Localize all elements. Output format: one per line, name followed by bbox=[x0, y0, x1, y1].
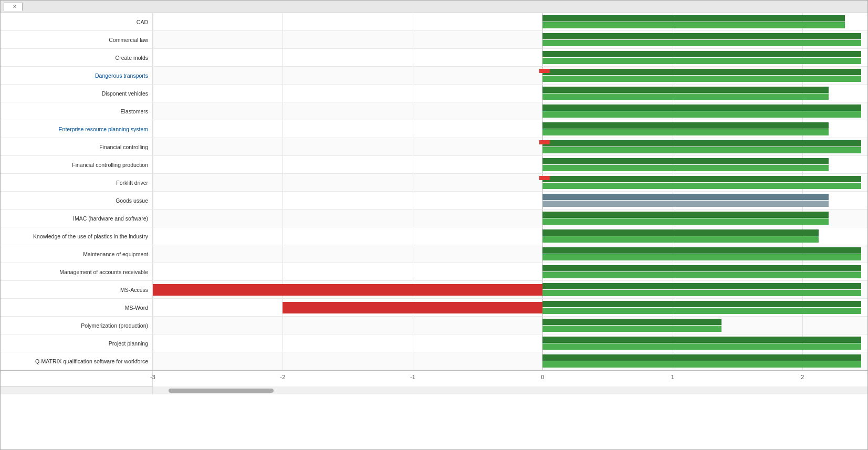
bar-red-indicator bbox=[539, 140, 550, 144]
row-label: Maintenance of equipment bbox=[1, 245, 153, 263]
table-row: Elastomers bbox=[1, 102, 867, 120]
bar-green-bottom bbox=[542, 147, 861, 153]
chart-scroll[interactable]: CADCommercial lawCreate moldsDangerous t… bbox=[1, 13, 867, 449]
grid-line bbox=[283, 85, 283, 102]
grid-line bbox=[413, 31, 413, 48]
grid-line bbox=[413, 174, 413, 191]
row-bars bbox=[153, 210, 867, 227]
bar-green-top bbox=[542, 87, 828, 93]
grid-line bbox=[153, 31, 153, 48]
row-bars bbox=[153, 317, 867, 334]
row-label: Q-MATRIX qualification software for work… bbox=[1, 352, 153, 370]
grid-line bbox=[283, 49, 283, 66]
bar-red-indicator bbox=[539, 69, 550, 73]
title-bar: ✕ bbox=[1, 1, 867, 13]
row-label: MS-Word bbox=[1, 299, 153, 316]
grid-line bbox=[283, 156, 283, 173]
row-bars bbox=[153, 192, 867, 209]
table-row: IMAC (hardware and software) bbox=[1, 210, 867, 227]
bar-green-top bbox=[542, 33, 861, 39]
bar-green-bottom bbox=[542, 22, 844, 28]
row-label: Elastomers bbox=[1, 102, 153, 120]
bar-green-top bbox=[542, 354, 861, 361]
table-row: Polymerization (production) bbox=[1, 317, 867, 334]
row-bars bbox=[153, 67, 867, 84]
row-label: Management of accounts receivable bbox=[1, 263, 153, 280]
row-bars bbox=[153, 174, 867, 191]
grid-line bbox=[153, 13, 153, 30]
bar-green-bottom bbox=[542, 361, 861, 368]
grid-line bbox=[153, 352, 153, 370]
table-row: Dangerous transports bbox=[1, 67, 867, 85]
grid-line bbox=[283, 334, 283, 352]
bar-green-bottom bbox=[542, 254, 861, 260]
grid-line bbox=[283, 210, 283, 227]
x-axis: -3-2-1012 bbox=[1, 370, 867, 386]
row-bars bbox=[153, 281, 867, 298]
row-label: Enterprise resource planning system bbox=[1, 120, 153, 138]
grid-line bbox=[153, 85, 153, 102]
row-label: Commercial law bbox=[1, 31, 153, 48]
grid-line bbox=[153, 174, 153, 191]
bar-green-top bbox=[542, 51, 861, 57]
horizontal-scrollbar[interactable] bbox=[1, 386, 867, 394]
chart-rows: CADCommercial lawCreate moldsDangerous t… bbox=[1, 13, 867, 394]
grid-line bbox=[413, 352, 413, 370]
grid-line bbox=[153, 192, 153, 209]
grid-line bbox=[153, 49, 153, 66]
table-row: MS-Word bbox=[1, 299, 867, 317]
grid-line bbox=[283, 192, 283, 209]
row-label: IMAC (hardware and software) bbox=[1, 210, 153, 227]
table-row: Management of accounts receivable bbox=[1, 263, 867, 281]
grid-line bbox=[413, 317, 413, 334]
chart-layout: CADCommercial lawCreate moldsDangerous t… bbox=[1, 13, 867, 449]
table-row: MS-Access bbox=[1, 281, 867, 299]
grid-line bbox=[413, 245, 413, 263]
grid-line bbox=[802, 317, 803, 334]
row-bars bbox=[153, 352, 867, 370]
x-tick-label: 1 bbox=[671, 374, 674, 380]
grid-line bbox=[153, 334, 153, 352]
row-bars bbox=[153, 156, 867, 173]
row-bars bbox=[153, 245, 867, 263]
grid-line bbox=[413, 263, 413, 280]
bar-green-bottom bbox=[542, 58, 861, 64]
grid-line bbox=[283, 13, 283, 30]
table-row: Enterprise resource planning system bbox=[1, 120, 867, 138]
grid-line bbox=[413, 102, 413, 120]
close-button[interactable]: ✕ bbox=[13, 4, 17, 9]
scrollbar-track[interactable] bbox=[153, 386, 867, 394]
grid-line bbox=[283, 67, 283, 84]
bar-green-bottom bbox=[542, 76, 861, 82]
grid-line bbox=[153, 317, 153, 334]
bar-red-negative bbox=[283, 302, 542, 313]
table-row: Goods ussue bbox=[1, 192, 867, 210]
x-tick-label: 2 bbox=[801, 374, 804, 380]
table-row: Disponent vehicles bbox=[1, 85, 867, 102]
grid-line bbox=[153, 227, 153, 245]
table-row: Financial controlling production bbox=[1, 156, 867, 174]
grid-line bbox=[283, 263, 283, 280]
grid-line bbox=[283, 102, 283, 120]
row-label: Disponent vehicles bbox=[1, 85, 153, 102]
table-row: Project planning bbox=[1, 334, 867, 352]
table-row: Knowledge of the use of plastics in the … bbox=[1, 227, 867, 245]
row-bars bbox=[153, 85, 867, 102]
grid-line bbox=[413, 210, 413, 227]
bar-gray-bottom bbox=[542, 201, 828, 207]
row-bars bbox=[153, 138, 867, 155]
grid-line bbox=[413, 156, 413, 173]
row-bars bbox=[153, 227, 867, 245]
bar-green-top bbox=[542, 283, 861, 289]
grid-line bbox=[153, 156, 153, 173]
table-row: Q-MATRIX qualification software for work… bbox=[1, 352, 867, 370]
bar-green-top bbox=[542, 319, 721, 325]
scrollbar-thumb[interactable] bbox=[169, 389, 274, 393]
bar-green-bottom bbox=[542, 326, 721, 332]
bar-green-bottom bbox=[542, 343, 861, 350]
grid-line bbox=[413, 192, 413, 209]
table-row: Create molds bbox=[1, 49, 867, 67]
bar-green-bottom bbox=[542, 236, 819, 243]
row-label: Forklift driver bbox=[1, 174, 153, 191]
x-tick-label: -3 bbox=[150, 374, 155, 380]
